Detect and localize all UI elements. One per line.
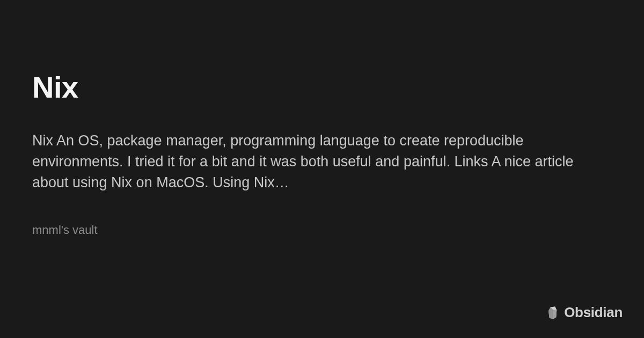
obsidian-brand: Obsidian — [546, 304, 623, 321]
note-description: Nix An OS, package manager, programming … — [32, 130, 612, 193]
note-title: Nix — [32, 70, 612, 105]
vault-name: mnml's vault — [32, 223, 612, 237]
preview-card: Nix Nix An OS, package manager, programm… — [0, 0, 644, 237]
obsidian-icon — [546, 305, 560, 321]
brand-name: Obsidian — [564, 304, 623, 321]
